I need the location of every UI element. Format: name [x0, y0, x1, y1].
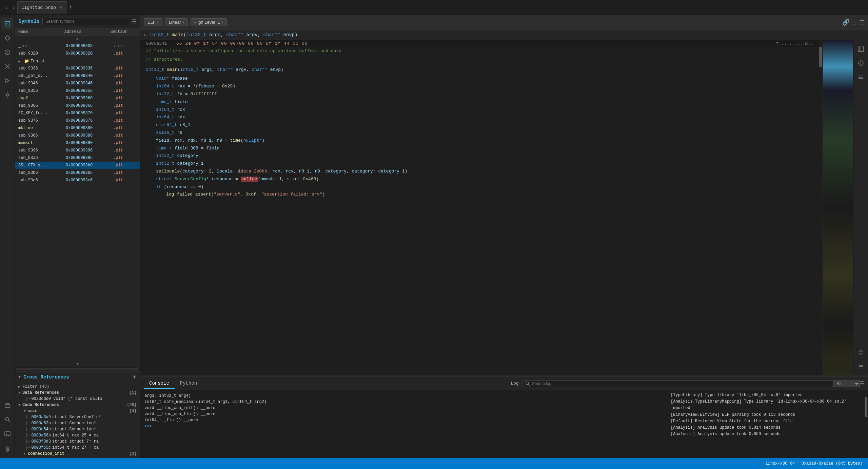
- code-inner[interactable]: 0000a341 66 2e 0f 1f 84 00 00-00 00 00 0…: [140, 40, 818, 375]
- back-button[interactable]: ‹: [3, 3, 10, 12]
- hex-row: 0000a341 66 2e 0f 1f 84 00 00-00 00 00 0…: [140, 40, 818, 47]
- log-search-input[interactable]: [532, 381, 830, 386]
- table-row[interactable]: ▶ 📁Tcp-st...: [15, 57, 140, 65]
- symbols-icon-btn[interactable]: #: [1, 18, 14, 30]
- highlevel-dropdown-button[interactable]: High Level IL ▾: [191, 18, 227, 26]
- log-scrollbar-thumb[interactable]: [865, 397, 867, 417]
- ref-item[interactable]: |← 0000f3d3 struct struct_7* ra: [18, 439, 137, 445]
- columns-icon-btn[interactable]: ⚌: [852, 19, 857, 26]
- symbols-menu-button[interactable]: ☰: [132, 18, 137, 25]
- types-icon-btn[interactable]: T: [1, 46, 14, 58]
- cross-ref-content: ▶ Filter (48) ▼ Data References {1} |→ 0…: [15, 382, 140, 458]
- xref-icon-btn[interactable]: [1, 60, 14, 73]
- code-line-fsbase: void* fsbase: [146, 75, 813, 83]
- highlevel-chevron-icon: ▾: [221, 20, 223, 24]
- code-refs-row[interactable]: ▼ Code References {46}: [18, 402, 137, 408]
- ref-text: int64_t rax_27 = ca: [52, 445, 99, 450]
- scroll-down-arrow[interactable]: ▼: [15, 361, 140, 367]
- ref-item[interactable]: |← 0000f55c int64_t rax_27 = ca: [18, 445, 137, 451]
- filter-row[interactable]: ▶ Filter (48): [18, 384, 137, 390]
- toolbar: ELF ▾ Linear ▾ High Level IL ▾ 🔗 ⚌ ☰: [140, 15, 868, 30]
- table-row[interactable]: sub_9320 0x000009320 .plt: [15, 50, 140, 57]
- console-line-2: int64_t safe_memclear(int64_t arg1, uint…: [144, 399, 663, 405]
- ref-item[interactable]: |← 0000a52b struct Connection*: [18, 420, 137, 426]
- code-refs-count: {46}: [127, 403, 137, 407]
- new-tab-button[interactable]: +: [68, 4, 72, 11]
- bottom-pane: Console Python Log All Debug Info Warnin…: [140, 377, 868, 458]
- table-row[interactable]: _init 0x000009308 .init: [15, 42, 140, 50]
- data-ref-item[interactable]: |→ 0023cdd0 void* (* const callo: [18, 396, 137, 402]
- ref-item[interactable]: |← 0000a54b struct Connection*: [18, 426, 137, 432]
- log-v-scrollbar[interactable]: [864, 390, 868, 458]
- settings-icon-btn[interactable]: [1, 89, 14, 101]
- table-row[interactable]: sub_9346 0x000009346 .plt: [15, 80, 140, 87]
- log-filter-select[interactable]: All Debug Info Warning Error: [833, 380, 860, 387]
- linear-dropdown-button[interactable]: Linear ▾: [165, 18, 188, 26]
- main-refs-row[interactable]: ▼ main {4}: [18, 408, 137, 414]
- tab-item[interactable]: lighttpd.bndb ×: [17, 1, 67, 14]
- cross-ref-pin-button[interactable]: ✦: [132, 374, 137, 380]
- table-row[interactable]: sub_9356 0x000009356 .plt: [15, 87, 140, 95]
- log-menu-button[interactable]: ☰: [860, 380, 865, 387]
- more-options-btn[interactable]: ☰: [859, 19, 865, 26]
- table-row[interactable]: sub_9336 0x000009336 .plt: [15, 65, 140, 72]
- symbols-list: _init 0x000009308 .init sub_9320 0x00000…: [15, 42, 140, 361]
- plugin-icon-btn[interactable]: [1, 399, 14, 411]
- table-row[interactable]: SSL_CTX_s... 0x0000093b0 .plt: [15, 162, 140, 169]
- lines-icon-btn[interactable]: [855, 71, 867, 83]
- debug-icon-btn[interactable]: [1, 75, 14, 87]
- script-icon-btn[interactable]: [1, 443, 14, 455]
- table-row[interactable]: SSL_get_s... 0x000009340 .plt: [15, 72, 140, 80]
- sym-section: .plt: [113, 51, 123, 56]
- log-line: [BinaryView.ElfView] ELF parsing took 0.…: [671, 412, 861, 418]
- svg-point-5: [6, 94, 8, 96]
- terminal-icon-btn[interactable]: [1, 428, 14, 440]
- table-row[interactable]: memset 0x000009390 .plt: [15, 139, 140, 147]
- ref-item[interactable]: |← 0000a56b int64_t rax_25 = ca: [18, 432, 137, 439]
- code-area: ELF ▾ Linear ▾ High Level IL ▾ 🔗 ⚌ ☰ ↻ i…: [140, 15, 868, 458]
- data-refs-row[interactable]: ▼ Data References {1}: [18, 390, 137, 396]
- console-line-3: void __libc_csu_init() __pure: [144, 405, 663, 411]
- table-row[interactable]: dup2 0x000009360 .plt: [15, 95, 140, 102]
- symbols-h-scrollbar[interactable]: [15, 367, 140, 371]
- refresh-icon[interactable]: ↻: [144, 32, 146, 38]
- v-scrollbar-thumb[interactable]: [819, 47, 822, 67]
- search-icon-btn[interactable]: [1, 413, 14, 426]
- tab-console[interactable]: Console: [144, 379, 175, 389]
- sym-section: .plt: [113, 126, 123, 130]
- table-row[interactable]: sub_93b6 0x0000093b6 .plt: [15, 169, 140, 177]
- xref-panel-icon-btn[interactable]: [855, 57, 867, 69]
- cross-ref-header[interactable]: ▼ Cross References ✦: [15, 372, 140, 382]
- console-input[interactable]: [154, 424, 663, 429]
- table-row[interactable]: mktime 0x000009380 .plt: [15, 124, 140, 132]
- list-icon-btn[interactable]: [855, 361, 867, 373]
- table-row[interactable]: sub_9366 0x000009366 .plt: [15, 102, 140, 109]
- table-row[interactable]: sub_9376 0x000009376 .plt: [15, 117, 140, 124]
- connection-init-row[interactable]: ▶ connection_init {3}: [18, 451, 137, 457]
- scroll-up-arrow[interactable]: ▲: [15, 36, 140, 42]
- symbols-title: Symbols: [18, 19, 40, 24]
- table-row[interactable]: sub_93c6 0x0000093c6 .plt: [15, 177, 140, 184]
- table-row[interactable]: EC_KEY_fr... 0x000009370 .plt: [15, 109, 140, 117]
- table-row[interactable]: sub_93a6 0x000009396 .plt: [15, 154, 140, 162]
- elf-dropdown-button[interactable]: ELF ▾: [144, 18, 162, 26]
- tags-icon-btn[interactable]: [1, 32, 14, 44]
- minimap-icon-btn[interactable]: [855, 43, 867, 55]
- code-refs-label: Code References: [22, 403, 59, 407]
- forward-button[interactable]: ›: [10, 3, 17, 12]
- tab-close-button[interactable]: ×: [59, 5, 63, 10]
- v-scrollbar[interactable]: [818, 40, 823, 375]
- link-icon-btn[interactable]: 🔗: [842, 19, 850, 26]
- tab-python[interactable]: Python: [175, 379, 202, 389]
- console-pane: arg3, int32_t arg4) int64_t safe_memclea…: [140, 390, 667, 458]
- table-row[interactable]: sub_9396 0x000009396 .plt: [15, 147, 140, 154]
- symbols-search-input[interactable]: [42, 18, 129, 25]
- svg-rect-9: [5, 432, 10, 436]
- data-refs-count: {1}: [129, 390, 137, 395]
- ref-address: 0000a54b: [31, 427, 51, 432]
- scroll-icon-btn[interactable]: [855, 346, 867, 359]
- ref-item[interactable]: |← 0000a3a9 struct ServerConfig*: [18, 414, 137, 420]
- icon-sidebar: # T: [0, 15, 15, 458]
- symbols-scrollbar-track: [16, 368, 139, 370]
- table-row[interactable]: sub_9386 0x000009386 .plt: [15, 132, 140, 139]
